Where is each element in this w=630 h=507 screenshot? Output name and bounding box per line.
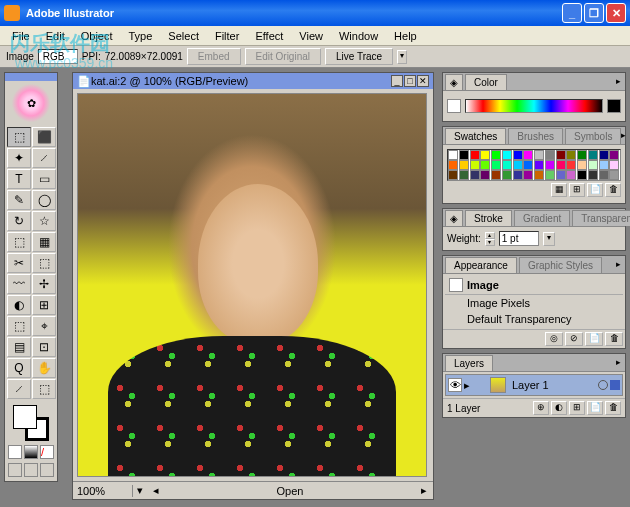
document-titlebar[interactable]: 📄 kat.ai:2 @ 100% (RGB/Preview) _ □ ✕ bbox=[73, 73, 433, 89]
layers-menu[interactable]: ▸ bbox=[611, 357, 625, 371]
swatch-0[interactable] bbox=[448, 150, 458, 160]
swatch-new[interactable]: 📄 bbox=[587, 183, 603, 197]
swatch-24[interactable] bbox=[534, 160, 544, 170]
layer-new[interactable]: 📄 bbox=[587, 401, 603, 415]
swatch-8[interactable] bbox=[534, 150, 544, 160]
tool-12[interactable]: ✂ bbox=[7, 253, 31, 273]
swatch-34[interactable] bbox=[470, 170, 480, 180]
swatch-39[interactable] bbox=[523, 170, 533, 180]
screen-full[interactable] bbox=[40, 463, 54, 477]
tool-8[interactable]: ↻ bbox=[7, 211, 31, 231]
tool-15[interactable]: ✢ bbox=[32, 274, 56, 294]
screen-full-menu[interactable] bbox=[24, 463, 38, 477]
layer-make-clip[interactable]: ◐ bbox=[551, 401, 567, 415]
menu-effect[interactable]: Effect bbox=[247, 28, 291, 44]
tool-2[interactable]: ✦ bbox=[7, 148, 31, 168]
tool-0[interactable]: ⬚ bbox=[7, 127, 31, 147]
tool-5[interactable]: ▭ bbox=[32, 169, 56, 189]
swatch-delete[interactable]: 🗑 bbox=[605, 183, 621, 197]
color-mini[interactable] bbox=[8, 445, 22, 459]
swatch-18[interactable] bbox=[470, 160, 480, 170]
swatch-22[interactable] bbox=[513, 160, 523, 170]
swatch-15[interactable] bbox=[609, 150, 619, 160]
gradient-mini[interactable] bbox=[24, 445, 38, 459]
close-button[interactable]: ✕ bbox=[606, 3, 626, 23]
swatch-3[interactable] bbox=[480, 150, 490, 160]
fill-stroke-control[interactable] bbox=[13, 405, 49, 441]
weight-down[interactable]: ▾ bbox=[485, 239, 495, 246]
live-trace-dropdown[interactable]: ▾ bbox=[397, 50, 407, 64]
swatch-36[interactable] bbox=[491, 170, 501, 180]
edit-original-button[interactable]: Edit Original bbox=[245, 48, 321, 65]
menu-file[interactable]: File bbox=[4, 28, 38, 44]
menu-type[interactable]: Type bbox=[121, 28, 161, 44]
embed-button[interactable]: Embed bbox=[187, 48, 241, 65]
tool-9[interactable]: ☆ bbox=[32, 211, 56, 231]
swatch-33[interactable] bbox=[459, 170, 469, 180]
color-panel-menu[interactable]: ▸ bbox=[611, 76, 625, 90]
color-fill-swatch[interactable] bbox=[447, 99, 461, 113]
nav-next[interactable]: ▸ bbox=[415, 484, 433, 497]
tool-25[interactable]: ⬚ bbox=[32, 379, 56, 399]
doc-close[interactable]: ✕ bbox=[417, 75, 429, 87]
menu-help[interactable]: Help bbox=[386, 28, 425, 44]
appearance-object-row[interactable]: Image bbox=[445, 276, 623, 295]
layer-expand-icon[interactable]: ▸ bbox=[464, 379, 474, 392]
swatch-16[interactable] bbox=[448, 160, 458, 170]
appear-new-art[interactable]: ◎ bbox=[545, 332, 563, 346]
menu-select[interactable]: Select bbox=[160, 28, 207, 44]
layer-target-icon[interactable] bbox=[598, 380, 608, 390]
layer-visibility-icon[interactable]: 👁 bbox=[448, 378, 462, 392]
swatch-10[interactable] bbox=[556, 150, 566, 160]
tool-11[interactable]: ▦ bbox=[32, 232, 56, 252]
zoom-dropdown[interactable]: ▾ bbox=[133, 484, 147, 497]
swatch-40[interactable] bbox=[534, 170, 544, 180]
swatch-options[interactable]: ⊞ bbox=[569, 183, 585, 197]
swatch-46[interactable] bbox=[599, 170, 609, 180]
menu-filter[interactable]: Filter bbox=[207, 28, 247, 44]
swatch-29[interactable] bbox=[588, 160, 598, 170]
doc-minimize[interactable]: _ bbox=[391, 75, 403, 87]
color-black[interactable] bbox=[607, 99, 621, 113]
appear-delete[interactable]: 🗑 bbox=[605, 332, 623, 346]
swatch-17[interactable] bbox=[459, 160, 469, 170]
swatch-19[interactable] bbox=[480, 160, 490, 170]
transparency-tab[interactable]: Transparency bbox=[572, 210, 630, 226]
swatch-23[interactable] bbox=[523, 160, 533, 170]
tool-3[interactable]: ⟋ bbox=[32, 148, 56, 168]
brushes-tab[interactable]: Brushes bbox=[508, 128, 563, 144]
layers-tab[interactable]: Layers bbox=[445, 355, 493, 371]
menu-edit[interactable]: Edit bbox=[38, 28, 73, 44]
layer-locate[interactable]: ⊕ bbox=[533, 401, 549, 415]
swatch-30[interactable] bbox=[599, 160, 609, 170]
swatch-4[interactable] bbox=[491, 150, 501, 160]
tool-21[interactable]: ⊡ bbox=[32, 337, 56, 357]
status-center[interactable]: Open bbox=[165, 485, 415, 497]
stroke-tab[interactable]: Stroke bbox=[465, 210, 512, 226]
weight-input[interactable] bbox=[499, 231, 539, 246]
color-panel-icon[interactable]: ◈ bbox=[445, 74, 463, 90]
swatch-21[interactable] bbox=[502, 160, 512, 170]
swatch-11[interactable] bbox=[566, 150, 576, 160]
swatch-44[interactable] bbox=[577, 170, 587, 180]
swatch-47[interactable] bbox=[609, 170, 619, 180]
color-tab[interactable]: Color bbox=[465, 74, 507, 90]
menu-window[interactable]: Window bbox=[331, 28, 386, 44]
tool-4[interactable]: T bbox=[7, 169, 31, 189]
appearance-row-0[interactable]: Image Pixels bbox=[445, 295, 623, 311]
swatch-43[interactable] bbox=[566, 170, 576, 180]
live-trace-button[interactable]: Live Trace bbox=[325, 48, 393, 65]
maximize-button[interactable]: ❐ bbox=[584, 3, 604, 23]
swatch-2[interactable] bbox=[470, 150, 480, 160]
tool-6[interactable]: ✎ bbox=[7, 190, 31, 210]
swatch-7[interactable] bbox=[523, 150, 533, 160]
swatch-38[interactable] bbox=[513, 170, 523, 180]
appearance-menu[interactable]: ▸ bbox=[611, 259, 625, 273]
swatch-42[interactable] bbox=[556, 170, 566, 180]
layer-delete[interactable]: 🗑 bbox=[605, 401, 621, 415]
layer-name[interactable]: Layer 1 bbox=[508, 379, 596, 391]
tool-13[interactable]: ⬚ bbox=[32, 253, 56, 273]
swatch-26[interactable] bbox=[556, 160, 566, 170]
swatch-5[interactable] bbox=[502, 150, 512, 160]
tool-10[interactable]: ⬚ bbox=[7, 232, 31, 252]
